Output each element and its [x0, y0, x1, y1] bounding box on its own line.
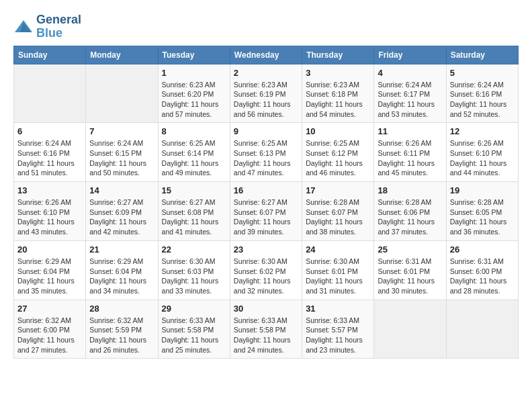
calendar-day-cell: 12Sunrise: 6:26 AM Sunset: 6:10 PM Dayli…	[446, 123, 518, 182]
day-info: Sunrise: 6:33 AM Sunset: 5:58 PM Dayligh…	[162, 316, 226, 355]
day-info: Sunrise: 6:29 AM Sunset: 6:04 PM Dayligh…	[17, 257, 82, 296]
calendar-day-cell: 29Sunrise: 6:33 AM Sunset: 5:58 PM Dayli…	[158, 300, 230, 359]
day-number: 1	[162, 68, 226, 78]
calendar-day-cell: 27Sunrise: 6:32 AM Sunset: 6:00 PM Dayli…	[14, 300, 86, 359]
day-number: 11	[378, 126, 442, 136]
day-number: 31	[306, 304, 370, 314]
calendar-day-cell: 7Sunrise: 6:24 AM Sunset: 6:15 PM Daylig…	[86, 123, 158, 182]
day-info: Sunrise: 6:32 AM Sunset: 5:59 PM Dayligh…	[89, 316, 154, 355]
calendar-week-row: 13Sunrise: 6:26 AM Sunset: 6:10 PM Dayli…	[14, 182, 519, 241]
calendar-week-row: 6Sunrise: 6:24 AM Sunset: 6:16 PM Daylig…	[14, 123, 519, 182]
day-info: Sunrise: 6:33 AM Sunset: 5:58 PM Dayligh…	[234, 316, 298, 355]
day-of-week-header: Tuesday	[158, 46, 230, 64]
day-of-week-header: Wednesday	[230, 46, 302, 64]
day-number: 27	[17, 304, 82, 314]
calendar-day-cell	[14, 64, 86, 123]
day-number: 10	[306, 126, 370, 136]
day-info: Sunrise: 6:28 AM Sunset: 6:06 PM Dayligh…	[378, 197, 442, 237]
day-number: 21	[89, 244, 154, 255]
calendar-day-cell	[374, 300, 446, 359]
calendar-day-cell: 4Sunrise: 6:24 AM Sunset: 6:17 PM Daylig…	[374, 64, 446, 123]
day-number: 8	[162, 126, 226, 136]
day-info: Sunrise: 6:29 AM Sunset: 6:04 PM Dayligh…	[89, 257, 154, 296]
calendar-day-cell: 8Sunrise: 6:25 AM Sunset: 6:14 PM Daylig…	[158, 123, 230, 182]
calendar-week-row: 20Sunrise: 6:29 AM Sunset: 6:04 PM Dayli…	[14, 240, 519, 300]
calendar-day-cell: 17Sunrise: 6:28 AM Sunset: 6:07 PM Dayli…	[302, 182, 374, 241]
calendar-day-cell: 15Sunrise: 6:27 AM Sunset: 6:08 PM Dayli…	[158, 182, 230, 241]
day-info: Sunrise: 6:24 AM Sunset: 6:16 PM Dayligh…	[450, 80, 515, 120]
day-info: Sunrise: 6:33 AM Sunset: 5:57 PM Dayligh…	[306, 316, 370, 355]
day-info: Sunrise: 6:25 AM Sunset: 6:14 PM Dayligh…	[162, 138, 226, 178]
day-number: 14	[89, 185, 154, 195]
day-info: Sunrise: 6:31 AM Sunset: 6:01 PM Dayligh…	[378, 257, 442, 296]
calendar-week-row: 1Sunrise: 6:23 AM Sunset: 6:20 PM Daylig…	[14, 64, 519, 123]
day-info: Sunrise: 6:24 AM Sunset: 6:16 PM Dayligh…	[17, 138, 82, 178]
day-info: Sunrise: 6:27 AM Sunset: 6:07 PM Dayligh…	[234, 197, 298, 237]
logo-icon	[13, 19, 34, 35]
calendar-day-cell: 31Sunrise: 6:33 AM Sunset: 5:57 PM Dayli…	[302, 300, 374, 359]
day-number: 26	[450, 244, 515, 255]
day-info: Sunrise: 6:23 AM Sunset: 6:19 PM Dayligh…	[234, 80, 298, 120]
day-number: 24	[306, 244, 370, 255]
day-info: Sunrise: 6:25 AM Sunset: 6:13 PM Dayligh…	[234, 138, 298, 178]
day-of-week-header: Sunday	[14, 46, 86, 64]
day-number: 19	[450, 185, 515, 195]
day-info: Sunrise: 6:31 AM Sunset: 6:00 PM Dayligh…	[450, 257, 515, 296]
calendar-day-cell	[446, 300, 518, 359]
logo-text: General Blue	[36, 13, 81, 40]
day-info: Sunrise: 6:27 AM Sunset: 6:08 PM Dayligh…	[162, 197, 226, 237]
calendar-day-cell	[86, 64, 158, 123]
day-number: 6	[17, 126, 82, 136]
calendar-day-cell: 21Sunrise: 6:29 AM Sunset: 6:04 PM Dayli…	[86, 240, 158, 300]
day-number: 15	[162, 185, 226, 195]
day-info: Sunrise: 6:26 AM Sunset: 6:10 PM Dayligh…	[17, 197, 82, 237]
day-info: Sunrise: 6:32 AM Sunset: 6:00 PM Dayligh…	[17, 316, 82, 355]
calendar-table: SundayMondayTuesdayWednesdayThursdayFrid…	[13, 46, 519, 359]
calendar-week-row: 27Sunrise: 6:32 AM Sunset: 6:00 PM Dayli…	[14, 300, 519, 359]
calendar-day-cell: 20Sunrise: 6:29 AM Sunset: 6:04 PM Dayli…	[14, 240, 86, 300]
day-info: Sunrise: 6:25 AM Sunset: 6:12 PM Dayligh…	[306, 138, 370, 178]
calendar-day-cell: 22Sunrise: 6:30 AM Sunset: 6:03 PM Dayli…	[158, 240, 230, 300]
day-info: Sunrise: 6:26 AM Sunset: 6:10 PM Dayligh…	[450, 138, 515, 178]
day-number: 30	[234, 304, 298, 314]
calendar-day-cell: 24Sunrise: 6:30 AM Sunset: 6:01 PM Dayli…	[302, 240, 374, 300]
day-info: Sunrise: 6:28 AM Sunset: 6:05 PM Dayligh…	[450, 197, 515, 237]
day-info: Sunrise: 6:30 AM Sunset: 6:03 PM Dayligh…	[162, 257, 226, 296]
calendar-day-cell: 16Sunrise: 6:27 AM Sunset: 6:07 PM Dayli…	[230, 182, 302, 241]
calendar-day-cell: 6Sunrise: 6:24 AM Sunset: 6:16 PM Daylig…	[14, 123, 86, 182]
day-number: 7	[89, 126, 154, 136]
day-info: Sunrise: 6:28 AM Sunset: 6:07 PM Dayligh…	[306, 197, 370, 237]
calendar-day-cell: 19Sunrise: 6:28 AM Sunset: 6:05 PM Dayli…	[446, 182, 518, 241]
day-number: 3	[306, 68, 370, 78]
calendar-day-cell: 30Sunrise: 6:33 AM Sunset: 5:58 PM Dayli…	[230, 300, 302, 359]
day-info: Sunrise: 6:30 AM Sunset: 6:01 PM Dayligh…	[306, 257, 370, 296]
day-number: 9	[234, 126, 298, 136]
day-number: 20	[17, 244, 82, 255]
day-number: 12	[450, 126, 515, 136]
calendar-day-cell: 18Sunrise: 6:28 AM Sunset: 6:06 PM Dayli…	[374, 182, 446, 241]
day-number: 29	[162, 304, 226, 314]
day-number: 5	[450, 68, 515, 78]
calendar-header-row: SundayMondayTuesdayWednesdayThursdayFrid…	[14, 46, 519, 64]
day-number: 16	[234, 185, 298, 195]
calendar-day-cell: 9Sunrise: 6:25 AM Sunset: 6:13 PM Daylig…	[230, 123, 302, 182]
calendar-day-cell: 5Sunrise: 6:24 AM Sunset: 6:16 PM Daylig…	[446, 64, 518, 123]
calendar-day-cell: 11Sunrise: 6:26 AM Sunset: 6:11 PM Dayli…	[374, 123, 446, 182]
day-of-week-header: Friday	[374, 46, 446, 64]
day-info: Sunrise: 6:23 AM Sunset: 6:18 PM Dayligh…	[306, 80, 370, 120]
calendar-day-cell: 23Sunrise: 6:30 AM Sunset: 6:02 PM Dayli…	[230, 240, 302, 300]
day-info: Sunrise: 6:27 AM Sunset: 6:09 PM Dayligh…	[89, 197, 154, 237]
calendar-day-cell: 13Sunrise: 6:26 AM Sunset: 6:10 PM Dayli…	[14, 182, 86, 241]
day-info: Sunrise: 6:26 AM Sunset: 6:11 PM Dayligh…	[378, 138, 442, 178]
day-info: Sunrise: 6:30 AM Sunset: 6:02 PM Dayligh…	[234, 257, 298, 296]
logo: General Blue	[13, 13, 81, 40]
day-info: Sunrise: 6:23 AM Sunset: 6:20 PM Dayligh…	[162, 80, 226, 120]
day-info: Sunrise: 6:24 AM Sunset: 6:15 PM Dayligh…	[89, 138, 154, 178]
day-number: 4	[378, 68, 442, 78]
calendar-day-cell: 2Sunrise: 6:23 AM Sunset: 6:19 PM Daylig…	[230, 64, 302, 123]
calendar-day-cell: 3Sunrise: 6:23 AM Sunset: 6:18 PM Daylig…	[302, 64, 374, 123]
day-number: 2	[234, 68, 298, 78]
calendar-day-cell: 1Sunrise: 6:23 AM Sunset: 6:20 PM Daylig…	[158, 64, 230, 123]
day-number: 22	[162, 244, 226, 255]
calendar-day-cell: 10Sunrise: 6:25 AM Sunset: 6:12 PM Dayli…	[302, 123, 374, 182]
